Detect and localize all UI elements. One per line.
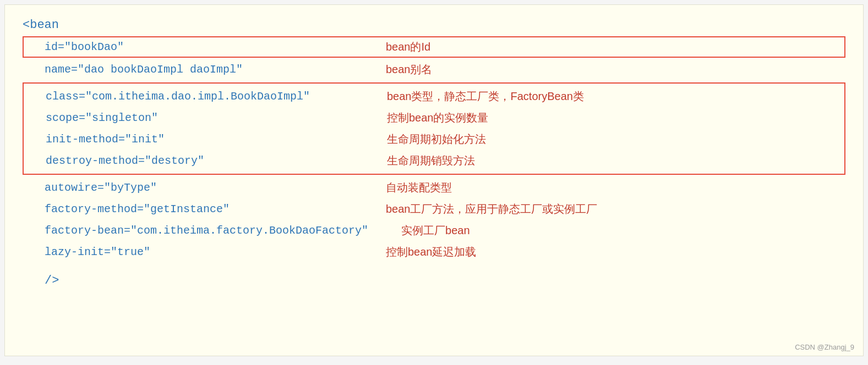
attr-group-box: class="com.itheima.dao.impl.BookDaoImpl"… [23,82,845,175]
attr-row-class: class="com.itheima.dao.impl.BookDaoImpl"… [24,86,844,107]
attr-row-factory-bean: factory-bean="com.itheima.factory.BookDa… [23,220,845,241]
attr-row-destroy: destroy-method="destory" 生命周期销毁方法 [24,150,844,172]
attr-row-id: id="bookDao" bean的Id [23,36,845,58]
code-container: <bean id="bookDao" bean的Id name="dao boo… [4,4,864,356]
attr-code-autowire: autowire="byType" [23,181,353,194]
attr-code-scope: scope="singleton" [24,112,354,124]
attr-desc-id: bean的Id [354,40,430,54]
attr-desc-factory-method: bean工厂方法，应用于静态工厂或实例工厂 [353,202,598,217]
attr-desc-name: bean别名 [353,62,433,77]
attr-code-id: id="bookDao" [24,41,354,53]
attr-desc-class: bean类型，静态工厂类，FactoryBean类 [354,89,584,104]
attr-desc-autowire: 自动装配类型 [353,180,452,195]
watermark: CSDN @Zhangj_9 [795,343,854,351]
attr-row-init: init-method="init" 生命周期初始化方法 [24,129,844,150]
attr-desc-factory-bean: 实例工厂bean [368,223,470,238]
attr-row-lazy-init: lazy-init="true" 控制bean延迟加载 [23,241,845,263]
attr-row-factory-method: factory-method="getInstance" bean工厂方法，应用… [23,198,845,220]
attr-desc-init: 生命周期初始化方法 [354,132,486,147]
attr-code-factory-bean: factory-bean="com.itheima.factory.BookDa… [23,224,368,237]
attr-code-destroy: destroy-method="destory" [24,154,354,167]
bean-close-tag: /> [23,274,845,287]
attr-row-autowire: autowire="byType" 自动装配类型 [23,177,845,198]
attr-code-lazy-init: lazy-init="true" [23,246,353,258]
attr-desc-destroy: 生命周期销毁方法 [354,153,475,168]
bean-open-tag: <bean [23,18,845,32]
attr-row-name: name="dao bookDaoImpl daoImpl" bean别名 [23,59,845,80]
attr-desc-lazy-init: 控制bean延迟加载 [353,245,477,259]
attr-row-scope: scope="singleton" 控制bean的实例数量 [24,107,844,129]
attr-code-init: init-method="init" [24,133,354,146]
attr-code-name: name="dao bookDaoImpl daoImpl" [23,63,353,76]
attr-code-class: class="com.itheima.dao.impl.BookDaoImpl" [24,90,354,103]
attr-desc-scope: 控制bean的实例数量 [354,110,489,125]
attr-code-factory-method: factory-method="getInstance" [23,203,353,215]
